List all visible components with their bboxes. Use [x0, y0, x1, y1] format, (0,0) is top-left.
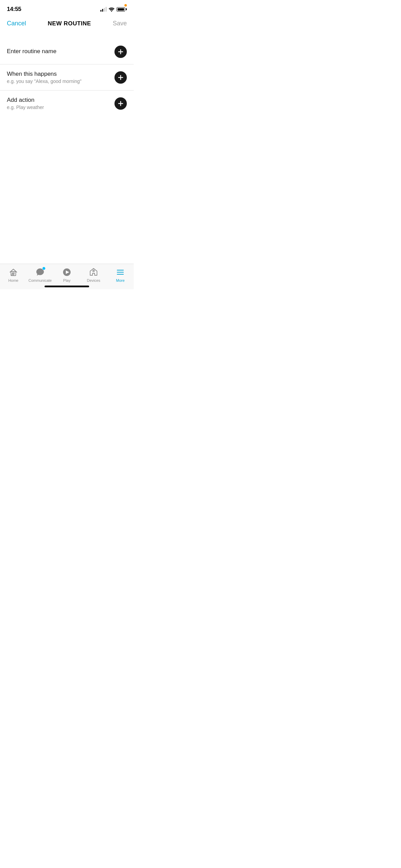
more-icon — [116, 267, 125, 277]
devices-tab-label: Devices — [87, 278, 100, 282]
signal-bars-icon — [100, 7, 107, 12]
devices-icon — [89, 267, 98, 277]
tab-more[interactable]: More — [108, 267, 132, 282]
signal-bar-4 — [106, 7, 107, 12]
signal-bar-1 — [100, 10, 101, 12]
when-happens-section[interactable]: When this happens e.g. you say "Alexa, g… — [0, 64, 134, 91]
battery-icon — [117, 7, 127, 12]
home-icon — [9, 267, 18, 277]
signal-bar-2 — [102, 9, 103, 12]
svg-point-0 — [111, 11, 112, 12]
add-action-title: Add action — [7, 97, 44, 104]
content-area: Enter routine name When this happens e.g… — [0, 33, 134, 123]
add-action-section[interactable]: Add action e.g. Play weather — [0, 91, 134, 116]
tab-home[interactable]: Home — [1, 267, 25, 282]
save-button[interactable]: Save — [113, 20, 127, 27]
page-title: NEW ROUTINE — [48, 20, 91, 27]
tab-communicate[interactable]: Communicate — [28, 267, 52, 282]
status-bar: 14:55 — [0, 0, 134, 16]
plus-icon — [118, 100, 124, 107]
signal-dot — [124, 4, 127, 7]
communicate-badge — [42, 267, 46, 270]
nav-header: Cancel NEW ROUTINE Save — [0, 16, 134, 33]
wifi-icon — [109, 7, 114, 12]
plus-icon — [118, 49, 124, 55]
home-tab-label: Home — [8, 278, 18, 282]
routine-name-add-button[interactable] — [114, 46, 127, 58]
communicate-icon — [35, 267, 45, 277]
add-action-subtitle: e.g. Play weather — [7, 105, 44, 110]
svg-point-17 — [93, 270, 94, 271]
play-icon — [62, 267, 72, 277]
status-icons — [100, 7, 127, 12]
tab-devices[interactable]: Devices — [82, 267, 106, 282]
tab-play[interactable]: Play — [55, 267, 79, 282]
communicate-tab-label: Communicate — [28, 278, 52, 282]
routine-name-title: Enter routine name — [7, 48, 57, 55]
when-happens-add-button[interactable] — [114, 71, 127, 84]
more-tab-label: More — [116, 278, 124, 282]
cancel-button[interactable]: Cancel — [7, 20, 26, 27]
status-time: 14:55 — [7, 6, 21, 13]
when-happens-title: When this happens — [7, 71, 82, 77]
plus-icon — [118, 74, 124, 81]
routine-name-section[interactable]: Enter routine name — [0, 39, 134, 64]
play-tab-label: Play — [63, 278, 70, 282]
home-indicator — [45, 286, 89, 287]
signal-bar-3 — [104, 8, 105, 12]
when-happens-subtitle: e.g. you say "Alexa, good morning" — [7, 79, 82, 84]
add-action-add-button[interactable] — [114, 97, 127, 110]
